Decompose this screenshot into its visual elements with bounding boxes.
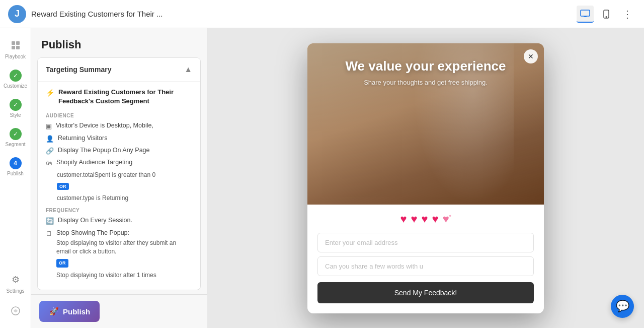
frequency-label: FREQUENCY xyxy=(46,208,192,213)
targeting-chevron-icon: ▲ xyxy=(184,65,192,74)
audience-shopify-text: Shopify Audience Targeting xyxy=(56,158,132,167)
svg-rect-7 xyxy=(12,46,15,49)
popup-overlay-text: We value your experience Share your thou… xyxy=(307,43,544,205)
shopify-icon: 🛍 xyxy=(46,159,52,168)
popup-close-button[interactable]: ✕ xyxy=(524,49,538,63)
customize-check: ✓ xyxy=(10,70,22,82)
publish-button-label: Publish xyxy=(63,307,90,316)
playbook-icon xyxy=(9,38,23,52)
sidebar-item-playbook[interactable]: Playbook xyxy=(2,34,30,63)
words-input[interactable] xyxy=(317,256,534,276)
segment-label: Segment xyxy=(5,142,25,147)
or-badge-2: OR xyxy=(56,259,68,268)
audience-label: AUDIENCE xyxy=(46,113,192,118)
audience-device-item: ▣ Visitor's Device is Desktop, Mobile, xyxy=(46,121,192,131)
refresh-icon: 🔄 xyxy=(46,217,54,226)
chat-bubble[interactable]: 💬 xyxy=(611,295,634,318)
sidebar-item-segment[interactable]: ✓ Segment xyxy=(2,124,30,151)
style-check: ✓ xyxy=(10,99,22,111)
stop-header: Stop Showing The Popup: xyxy=(56,229,192,238)
preview-area: ✕ We value your experience Share your th… xyxy=(207,28,644,328)
svg-rect-0 xyxy=(581,10,590,16)
sidebar-panel: Publish Targeting Summary ▲ ⚡ Reward Exi… xyxy=(31,28,207,328)
stop-icon: 🗒 xyxy=(46,229,52,238)
sidebar-item-style[interactable]: ✓ Style xyxy=(2,95,30,122)
or-badge-1: OR xyxy=(57,183,69,190)
segment-check: ✓ xyxy=(10,128,22,140)
popup-image-section: ✕ We value your experience Share your th… xyxy=(307,43,544,205)
desktop-view-button[interactable] xyxy=(577,6,594,23)
rocket-icon: 🚀 xyxy=(49,307,59,316)
heart-2[interactable]: ♥ xyxy=(411,213,417,226)
link-icon: 🔗 xyxy=(46,147,54,156)
visitors-icon: 👤 xyxy=(46,135,54,144)
popup-title: We value your experience xyxy=(346,58,506,74)
condition-1-text: customer.totalSpent is greater than 0 xyxy=(46,170,192,179)
svg-rect-6 xyxy=(16,41,20,45)
style-label: Style xyxy=(10,112,21,118)
page-title: Reward Existing Customers for Their ... xyxy=(31,10,577,18)
submit-button[interactable]: Send My Feedback! xyxy=(317,282,534,303)
condition-2-text: customer.type is Returning xyxy=(46,193,192,203)
audience-shopify-item: 🛍 Shopify Audience Targeting xyxy=(46,158,192,168)
left-nav: Playbook ✓ Customize ✓ Style ✓ Segment 4… xyxy=(0,28,31,328)
audience-page-text: Display The Popup On Any Page xyxy=(58,146,150,155)
audience-returning-text: Returning Visitors xyxy=(58,134,107,143)
close-icon: ✕ xyxy=(528,52,534,60)
heart-1[interactable]: ♥ xyxy=(400,213,407,226)
freq-stop-details: Stop Showing The Popup: Stop displaying … xyxy=(56,229,192,279)
sidebar-title: Publish xyxy=(31,28,207,57)
sidebar-item-publish[interactable]: 4 Publish xyxy=(2,153,30,180)
app-logo: J xyxy=(8,5,26,23)
targeting-summary-card: Targeting Summary ▲ ⚡ Reward Existing Cu… xyxy=(37,57,201,290)
freq-session-item: 🔄 Display On Every Session. xyxy=(46,216,192,226)
logo-letter: J xyxy=(15,9,20,19)
targeting-summary-header[interactable]: Targeting Summary ▲ xyxy=(38,58,200,81)
top-bar-actions: ⋮ xyxy=(577,6,636,23)
heart-5[interactable]: ♥* xyxy=(443,213,451,226)
popup-modal: ✕ We value your experience Share your th… xyxy=(307,43,544,313)
heart-3[interactable]: ♥ xyxy=(422,213,428,226)
submit-label: Send My Feedback! xyxy=(394,289,457,297)
svg-rect-8 xyxy=(16,46,20,49)
sidebar-item-settings[interactable]: ⚙ Settings xyxy=(2,269,30,298)
svg-point-4 xyxy=(606,16,607,17)
publish-check: 4 xyxy=(10,157,22,169)
popup-subtitle: Share your thoughts and get free shippin… xyxy=(364,78,488,87)
targeting-summary-label: Targeting Summary xyxy=(46,65,111,74)
apps-icon xyxy=(9,304,23,318)
freq-stop-item: 🗒 Stop Showing The Popup: Stop displayin… xyxy=(46,229,192,279)
customize-label: Customize xyxy=(4,83,27,89)
svg-rect-5 xyxy=(12,41,15,45)
spark-icon: ⚡ xyxy=(46,89,54,97)
playbook-label: Playbook xyxy=(5,54,26,59)
heart-4[interactable]: ♥ xyxy=(432,213,439,226)
publish-button-container: 🚀 Publish xyxy=(31,294,207,328)
publish-nav-label: Publish xyxy=(7,171,24,176)
more-options-button[interactable]: ⋮ xyxy=(619,6,636,23)
sidebar-item-apps[interactable] xyxy=(2,300,30,322)
stop-text-1: Stop displaying to visitor after they su… xyxy=(56,239,192,256)
mobile-view-button[interactable] xyxy=(598,6,615,23)
email-input[interactable] xyxy=(317,233,534,252)
settings-label: Settings xyxy=(6,288,24,294)
audience-device-text: Visitor's Device is Desktop, Mobile, xyxy=(56,121,153,130)
settings-icon: ⚙ xyxy=(9,273,23,287)
campaign-name-row: ⚡ Reward Existing Customers for Their Fe… xyxy=(46,82,192,106)
audience-page-item: 🔗 Display The Popup On Any Page xyxy=(46,146,192,156)
audience-returning-item: 👤 Returning Visitors xyxy=(46,134,192,144)
sidebar-item-customize[interactable]: ✓ Customize xyxy=(2,65,30,93)
popup-form-section: ♥ ♥ ♥ ♥ ♥* Send My Feedback! xyxy=(307,205,544,313)
stop-text-2: Stop displaying to visitor after 1 times xyxy=(56,271,192,280)
main-layout: Playbook ✓ Customize ✓ Style ✓ Segment 4… xyxy=(0,28,644,328)
top-bar: J Reward Existing Customers for Their ..… xyxy=(0,0,644,28)
publish-button[interactable]: 🚀 Publish xyxy=(39,301,100,322)
campaign-name: Reward Existing Customers for Their Feed… xyxy=(58,88,192,106)
targeting-summary-body: ⚡ Reward Existing Customers for Their Fe… xyxy=(38,81,200,290)
freq-session-text: Display On Every Session. xyxy=(58,216,132,225)
sidebar-content: Targeting Summary ▲ ⚡ Reward Existing Cu… xyxy=(31,57,207,328)
hearts-row: ♥ ♥ ♥ ♥ ♥* xyxy=(317,213,534,226)
device-icon: ▣ xyxy=(46,122,52,131)
